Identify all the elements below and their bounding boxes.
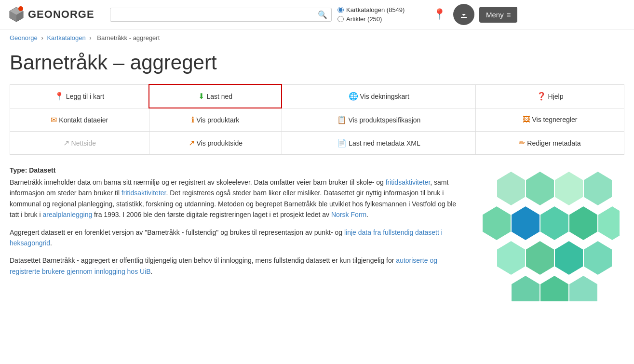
action-vis-produktark[interactable]: ℹ Vis produktark	[149, 108, 282, 132]
help-icon: ❓	[537, 92, 546, 100]
breadcrumb-kartkatalogen[interactable]: Kartkatalogen	[47, 34, 85, 41]
action-row-1: 📍 Legg til i kart ⬇ Last ned 🌐 Vis dekni…	[10, 84, 624, 108]
location-button[interactable]: 📍	[430, 5, 448, 24]
hex-column	[475, 166, 624, 303]
svg-marker-17	[583, 241, 612, 275]
logo-icon	[8, 6, 25, 23]
svg-marker-19	[540, 275, 569, 301]
action-kontakt-dataeier[interactable]: ✉ Kontakt dataeier	[10, 108, 149, 132]
desc-paragraph-3: Datasettet Barnetråkk - aggregert er off…	[10, 255, 465, 277]
hamburger-icon: ≡	[507, 11, 511, 19]
xml-icon: 📄	[337, 139, 347, 147]
svg-marker-14	[497, 241, 526, 275]
action-grid: 📍 Legg til i kart ⬇ Last ned 🌐 Vis dekni…	[10, 84, 624, 155]
image-icon: 🖼	[523, 115, 530, 123]
logo-area: GEONORGE	[8, 6, 104, 23]
header: GEONORGE 🔍 Kartkatalogen (8549) Artikler…	[0, 0, 634, 29]
arealplanlegging-link[interactable]: arealplanlegging	[42, 211, 92, 218]
download-green-icon: ⬇	[198, 92, 204, 100]
fritidsaktiviteter-link-1[interactable]: fritidsaktiviteter	[386, 178, 431, 186]
page-title: Barnetråkk – aggregert	[10, 51, 624, 74]
svg-marker-13	[598, 206, 620, 241]
radio-artikler[interactable]: Artikler (250)	[337, 15, 424, 23]
text-column: Type: Datasett Barnetråkk inneholder dat…	[10, 166, 465, 283]
spec-icon: 📋	[337, 116, 347, 124]
globe-icon: 🌐	[349, 92, 358, 100]
action-last-ned-metadata-xml[interactable]: 📄 Last ned metadata XML	[282, 132, 475, 155]
action-hjelp[interactable]: ❓ Hjelp	[476, 84, 624, 108]
action-row-2: ✉ Kontakt dataeier ℹ Vis produktark 📋 Vi…	[10, 108, 624, 132]
autoriserte-link[interactable]: autoriserte og registrerte brukere gjenn…	[10, 256, 437, 275]
svg-point-4	[18, 6, 23, 11]
svg-marker-5	[497, 171, 526, 206]
search-icon: 🔍	[318, 10, 327, 19]
svg-marker-9	[482, 206, 511, 241]
desc-paragraph-2: Aggregert datasett er en forenklet versj…	[10, 227, 465, 249]
action-nettside[interactable]: ↗ Nettside	[10, 132, 149, 155]
svg-marker-16	[554, 241, 583, 275]
action-vis-tegneregler[interactable]: 🖼 Vis tegneregler	[476, 108, 624, 132]
svg-marker-20	[569, 275, 598, 301]
svg-marker-11	[540, 206, 569, 241]
svg-marker-6	[526, 171, 554, 206]
header-download-button[interactable]	[453, 4, 474, 25]
search-radio-group: Kartkatalogen (8549) Artikler (250)	[337, 6, 424, 23]
breadcrumb-sep-1: ›	[41, 34, 45, 41]
content-area: Type: Datasett Barnetråkk inneholder dat…	[10, 166, 624, 303]
main-content: Barnetråkk – aggregert 📍 Legg til i kart…	[0, 46, 634, 317]
type-label: Type: Datasett	[10, 166, 465, 174]
action-vis-produktspesifikasjon[interactable]: 📋 Vis produktspesifikasjon	[282, 108, 475, 132]
fritidsaktiviteter-link-2[interactable]: fritidsaktiviteter	[121, 189, 166, 197]
desc-paragraph-1: Barnetråkk inneholder data om barna sitt…	[10, 177, 465, 220]
breadcrumb-current: Barnetråkk - aggregert	[97, 34, 160, 41]
hexagon-grid-image	[475, 166, 620, 301]
action-rediger-metadata[interactable]: ✏ Rediger metadata	[476, 132, 624, 155]
svg-marker-7	[554, 171, 583, 206]
action-vis-dekningskart[interactable]: 🌐 Vis dekningskart	[282, 84, 475, 108]
radio-kartkatalogen[interactable]: Kartkatalogen (8549)	[337, 6, 424, 13]
svg-marker-18	[511, 275, 540, 301]
svg-marker-10	[511, 206, 540, 241]
search-area[interactable]: 🔍	[110, 8, 332, 22]
email-icon: ✉	[51, 116, 57, 124]
action-row-3: ↗ Nettside ↗ Vis produktside 📄 Last ned …	[10, 132, 624, 155]
map-pin-icon: 📍	[54, 92, 64, 100]
logo-text: GEONORGE	[28, 8, 94, 21]
svg-marker-8	[583, 171, 612, 206]
svg-marker-12	[569, 206, 598, 241]
external-link-icon: ↗	[189, 139, 195, 147]
breadcrumb-sep-2: ›	[89, 34, 93, 41]
info-icon: ℹ	[191, 116, 194, 124]
menu-button[interactable]: Meny ≡	[479, 7, 517, 23]
linje-data-link[interactable]: linje data fra fullstendig datasett i he…	[10, 229, 443, 247]
svg-marker-15	[526, 241, 554, 275]
action-last-ned[interactable]: ⬇ Last ned	[149, 84, 282, 108]
edit-icon: ✏	[519, 139, 525, 147]
external-link-gray-icon: ↗	[63, 139, 69, 147]
breadcrumb-geonorge[interactable]: Geonorge	[10, 34, 38, 41]
action-vis-produktside[interactable]: ↗ Vis produktside	[149, 132, 282, 155]
download-arrow-icon	[459, 10, 469, 19]
search-input[interactable]	[114, 11, 318, 18]
norsk-form-link[interactable]: Norsk Form	[331, 211, 366, 218]
header-icons: 📍 Meny ≡	[430, 4, 517, 25]
action-legg-til-kart[interactable]: 📍 Legg til i kart	[10, 84, 149, 108]
breadcrumb: Geonorge › Kartkatalogen › Barnetråkk - …	[0, 29, 634, 46]
